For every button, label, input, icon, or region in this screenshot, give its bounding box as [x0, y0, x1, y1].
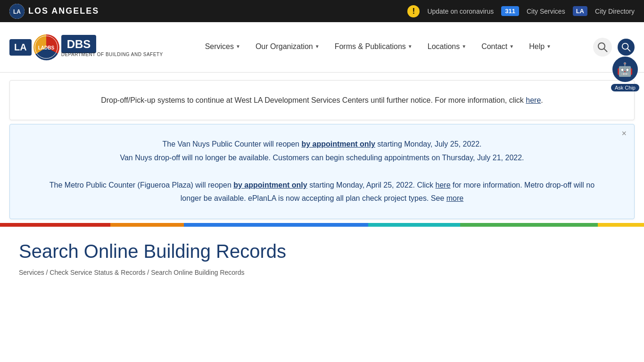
- search-button[interactable]: [593, 38, 612, 57]
- alert-badge: !: [407, 5, 420, 17]
- page-content: Search Online Building Records Services …: [0, 227, 644, 286]
- announcement-1-link[interactable]: here: [526, 96, 541, 104]
- city-directory-link[interactable]: City Directory: [595, 8, 635, 15]
- svg-point-6: [622, 43, 628, 49]
- nav-item-locations[interactable]: Locations ▼: [420, 22, 474, 73]
- color-bar-orange: [110, 223, 184, 227]
- breadcrumb-current: Search Online Building Records: [151, 269, 244, 276]
- announcement-banner-2: × The Van Nuys Public Counter will reope…: [9, 124, 635, 219]
- chevron-down-icon: ▼: [546, 44, 551, 49]
- logo-subtitle-text: DEPARTMENT OF BUILDING AND SAFETY: [61, 52, 163, 57]
- city-services-link[interactable]: City Services: [527, 8, 565, 15]
- search-active-button[interactable]: [618, 39, 635, 56]
- ask-chip-widget[interactable]: 🤖 Ask Chip: [611, 57, 639, 91]
- announcement-2-para2: The Metro Public Counter (Figueroa Plaza…: [48, 179, 596, 206]
- van-nuys-appointment-link[interactable]: by appointment only: [301, 140, 375, 148]
- coronavirus-update-link[interactable]: Update on coronavirus: [427, 8, 494, 15]
- announcement-2-para1: The Van Nuys Public Counter will reopen …: [48, 138, 596, 165]
- logo-badge: LA LADBS DBS DEPARTMENT OF BUILDING AND …: [9, 34, 163, 60]
- la-seal-icon: LA: [9, 4, 25, 19]
- chevron-down-icon: ▼: [509, 44, 514, 49]
- announcement-1-text: Drop-off/Pick-up systems to continue at …: [101, 96, 524, 104]
- ask-chip-icon: 🤖: [612, 57, 638, 82]
- chevron-down-icon: ▼: [408, 44, 413, 49]
- close-button[interactable]: ×: [621, 129, 627, 138]
- nav-item-our-organization[interactable]: Our Organization ▼: [248, 22, 327, 73]
- top-bar-logo-area: LA LOS ANGELES: [9, 4, 99, 19]
- color-bar: [0, 223, 644, 227]
- nav-item-services[interactable]: Services ▼: [198, 22, 248, 73]
- color-bar-yellow: [598, 223, 644, 227]
- breadcrumb-check-service[interactable]: Check Service Status & Records: [50, 269, 145, 276]
- ask-chip-label: Ask Chip: [611, 84, 639, 91]
- svg-line-5: [604, 49, 607, 52]
- metro-appointment-link[interactable]: by appointment only: [233, 181, 307, 189]
- svg-line-7: [627, 49, 630, 51]
- chevron-down-icon: ▼: [236, 44, 240, 49]
- badge-311: 311: [501, 6, 519, 16]
- logo-dbs-text: DBS: [61, 35, 97, 53]
- chevron-down-icon: ▼: [462, 44, 466, 49]
- nav-icon-area: [593, 38, 635, 57]
- main-navigation: Services ▼ Our Organization ▼ Forms & Pu…: [198, 22, 559, 73]
- eplan-more-link[interactable]: more: [446, 194, 463, 202]
- nav-bar: LA LADBS DBS DEPARTMENT OF BUILDING AND …: [0, 22, 644, 73]
- logo-la-text: LA: [9, 39, 32, 56]
- svg-text:LADBS: LADBS: [38, 45, 55, 50]
- color-bar-blue: [184, 223, 368, 227]
- badge-la: LA: [573, 6, 587, 16]
- top-bar-actions: ! Update on coronavirus 311 City Service…: [407, 5, 635, 17]
- logo-emblem: LADBS: [33, 34, 59, 60]
- svg-text:LA: LA: [13, 8, 21, 15]
- color-bar-teal: [368, 223, 460, 227]
- top-bar: LA LOS ANGELES ! Update on coronavirus 3…: [0, 0, 644, 22]
- site-logo[interactable]: LA LADBS DBS DEPARTMENT OF BUILDING AND …: [9, 34, 163, 60]
- search-icon-active: [621, 42, 631, 52]
- robot-icon: 🤖: [617, 62, 633, 77]
- nav-item-forms-publications[interactable]: Forms & Publications ▼: [327, 22, 420, 73]
- svg-point-4: [598, 43, 605, 49]
- nav-item-contact[interactable]: Contact ▼: [474, 22, 521, 73]
- page-title: Search Online Building Records: [19, 241, 625, 262]
- chevron-down-icon: ▼: [315, 44, 320, 49]
- color-bar-red: [0, 223, 110, 227]
- breadcrumb-sep2: /: [147, 269, 151, 276]
- metro-info-link[interactable]: here: [436, 181, 451, 189]
- city-name: LOS ANGELES: [28, 6, 99, 16]
- color-bar-green: [460, 223, 598, 227]
- breadcrumb: Services / Check Service Status & Record…: [19, 269, 625, 276]
- breadcrumb-services[interactable]: Services: [19, 269, 44, 276]
- search-icon: [597, 42, 608, 52]
- announcement-1-end: .: [541, 96, 543, 104]
- nav-item-help[interactable]: Help ▼: [521, 22, 559, 73]
- logo-dbs-area: DBS DEPARTMENT OF BUILDING AND SAFETY: [61, 38, 163, 57]
- announcement-banner-1: Drop-off/Pick-up systems to continue at …: [9, 80, 635, 120]
